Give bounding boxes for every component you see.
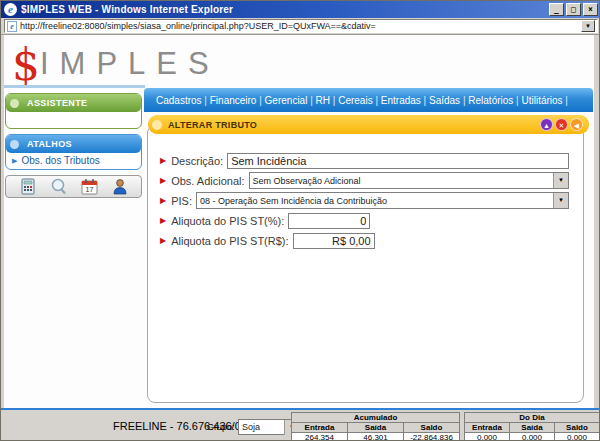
search-icon[interactable] <box>50 178 67 195</box>
field-bullet-icon: ▶ <box>160 196 166 205</box>
form-panel: ▶ Descrição: ▶ Obs. Adicional: Sem Obser… <box>147 125 584 403</box>
acumulado-title: Acumulado <box>292 413 460 423</box>
field-bullet-icon: ▶ <box>160 156 166 165</box>
descricao-input[interactable] <box>227 153 569 169</box>
back-button[interactable]: ◀ <box>570 118 583 131</box>
shortcut-obs-tributos[interactable]: ▶ Obs. dos Tributos <box>10 155 141 166</box>
acumulado-entrada: 264,354 <box>292 433 348 441</box>
page-title-bar: ALTERAR TRIBUTO ▲ ✕ ◀ <box>148 115 589 134</box>
col-saldo: Saldo <box>404 423 460 433</box>
field-bullet-icon: ▶ <box>160 216 166 225</box>
logo-underline <box>4 85 145 88</box>
close-button[interactable]: × <box>583 3 598 16</box>
menu-gerencial[interactable]: Gerencial <box>265 95 316 106</box>
tool-tray: 17 <box>5 175 142 198</box>
ie-icon: e <box>4 3 17 16</box>
col-entrada: Entrada <box>292 423 348 433</box>
dodia-saida: 0,000 <box>510 433 555 441</box>
app-logo: $IMPLES <box>12 39 220 90</box>
menu-saidas[interactable]: Saídas <box>429 95 468 106</box>
browser-window: e $IMPLES WEB - Windows Internet Explore… <box>0 0 600 441</box>
header-notch <box>10 99 19 108</box>
pis-select[interactable]: 08 - Operação Sem Incidência da Contribu… <box>196 192 569 209</box>
form-row-obs: ▶ Obs. Adicional: Sem Observação Adicion… <box>158 172 573 189</box>
atalhos-panel: ATALHOS ▶ Obs. dos Tributos <box>5 134 142 170</box>
menu-entradas[interactable]: Entradas <box>381 95 429 106</box>
aliquota-pct-input[interactable] <box>288 213 370 229</box>
menu-utilitarios[interactable]: Utilitários <box>521 95 570 106</box>
title-notch <box>152 120 162 130</box>
col-saldo: Saldo <box>555 423 600 433</box>
assistente-body <box>6 112 141 128</box>
url-dropdown-arrow[interactable]: ▼ <box>581 20 595 32</box>
pis-selected-value: 08 - Operação Sem Incidência da Contribu… <box>197 196 553 206</box>
header-notch <box>10 140 19 149</box>
assistente-title: ASSISTENTE <box>27 98 88 108</box>
dodia-table: Do Dia Entrada Saída Saldo 0,000 0,000 0… <box>464 412 600 441</box>
pis-label: PIS: <box>171 195 192 207</box>
obs-adicional-label: Obs. Adicional: <box>171 175 244 187</box>
obs-adicional-select[interactable]: Sem Observação Adicional ▼ <box>249 172 569 189</box>
form-row-descricao: ▶ Descrição: <box>158 152 573 169</box>
menu-relatorios[interactable]: Relatórios <box>468 95 521 106</box>
field-bullet-icon: ▶ <box>160 176 166 185</box>
shortcut-label[interactable]: Obs. dos Tributos <box>21 155 99 166</box>
page-viewport: $IMPLES Cadastros Financeiro Gerencial R… <box>4 35 594 408</box>
dodia-entrada: 0,000 <box>465 433 510 441</box>
assistente-header: ASSISTENTE <box>6 94 141 112</box>
dropdown-arrow-icon[interactable]: ▼ <box>553 173 568 188</box>
sidebar: ASSISTENTE ATALHOS ▶ Obs. dos Tributos <box>5 93 142 198</box>
acumulado-saldo: -22.864,836 <box>404 433 460 441</box>
page-title: ALTERAR TRIBUTO <box>168 120 540 130</box>
title-bar: e $IMPLES WEB - Windows Internet Explore… <box>1 1 600 18</box>
form-row-pis: ▶ PIS: 08 - Operação Sem Incidência da C… <box>158 192 573 209</box>
maximize-button[interactable]: □ <box>566 3 581 16</box>
minimize-button[interactable]: _ <box>549 3 564 16</box>
menu-rh[interactable]: RH <box>316 95 339 106</box>
url-input[interactable]: e http://freeline02:8080/simples/siasa_o… <box>4 19 598 33</box>
atalhos-header: ATALHOS <box>6 135 141 153</box>
page-icon: e <box>7 21 17 32</box>
url-text[interactable]: http://freeline02:8080/simples/siasa_onl… <box>20 21 581 31</box>
atalhos-title: ATALHOS <box>27 139 72 149</box>
acumulado-table: Acumulado Entrada Saída Saldo 264,354 46… <box>291 412 460 441</box>
calculator-icon[interactable] <box>20 178 36 195</box>
address-bar: e http://freeline02:8080/simples/siasa_o… <box>1 18 600 35</box>
grupo-selected-value: Soja <box>239 422 284 432</box>
field-bullet-icon: ▶ <box>160 236 166 245</box>
col-saida: Saída <box>348 423 404 433</box>
shortcut-bullet-icon: ▶ <box>12 157 17 165</box>
acumulado-saida: 46,301 <box>348 433 404 441</box>
aliquota-pct-label: Aliquota do PIS ST(%): <box>171 215 284 227</box>
dodia-title: Do Dia <box>465 413 600 423</box>
grupo-label: Grupo: <box>207 422 235 432</box>
descricao-label: Descrição: <box>171 155 223 167</box>
form-row-aliquota-pct: ▶ Aliquota do PIS ST(%): <box>158 212 573 229</box>
submit-button[interactable]: ▲ <box>540 118 553 131</box>
menu-financeiro[interactable]: Financeiro <box>210 95 265 106</box>
obs-selected-value: Sem Observação Adicional <box>250 176 553 186</box>
window-title: $IMPLES WEB - Windows Internet Explorer <box>21 4 549 15</box>
cancel-button[interactable]: ✕ <box>555 118 568 131</box>
col-saida: Saída <box>510 423 555 433</box>
aliquota-rs-input[interactable] <box>293 233 375 249</box>
calendar-icon[interactable]: 17 <box>81 178 98 195</box>
menu-cereais[interactable]: Cereais <box>338 95 381 106</box>
menu-cadastros[interactable]: Cadastros <box>156 95 210 106</box>
main-menu: Cadastros Financeiro Gerencial RH Cereai… <box>144 88 593 112</box>
user-icon[interactable] <box>112 178 128 195</box>
assistente-panel: ASSISTENTE <box>5 93 142 129</box>
logo-text: IMPLES <box>40 46 220 81</box>
dropdown-arrow-icon[interactable]: ▼ <box>553 193 568 208</box>
aliquota-rs-label: Aliquota do PIS ST(R$): <box>171 235 288 247</box>
col-entrada: Entrada <box>465 423 510 433</box>
status-bar: FREELINE - 76.676.436/0001-67 Grupo: Soj… <box>1 410 600 441</box>
logo-dollar: $ <box>12 39 40 90</box>
dodia-saldo: 0,000 <box>555 433 600 441</box>
form-row-aliquota-rs: ▶ Aliquota do PIS ST(R$): <box>158 232 573 249</box>
svg-text:17: 17 <box>85 186 93 193</box>
